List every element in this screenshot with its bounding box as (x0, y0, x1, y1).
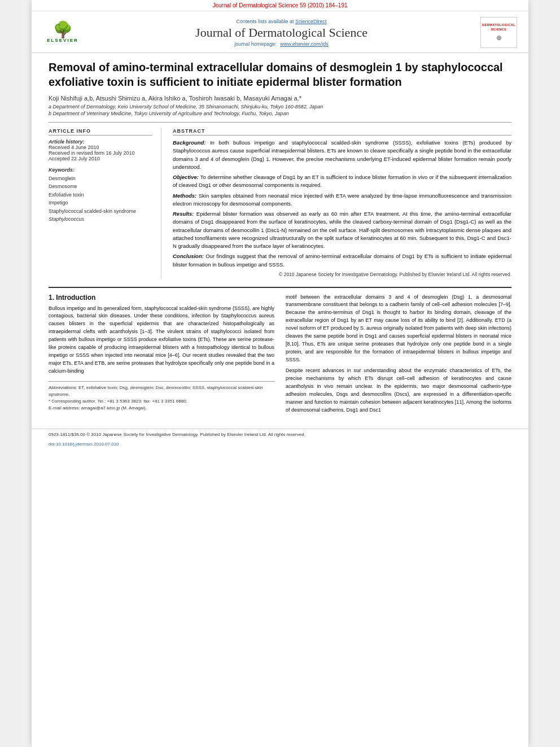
journal-reference-bar: Journal of Dermatological Science 59 (20… (32, 0, 528, 11)
keyword-impetigo: Impetigo (49, 199, 152, 207)
results-label: Results: (173, 211, 196, 217)
abstract-methods: Methods: Skin samples obtained from neon… (173, 192, 511, 208)
abstract-heading: Abstract (173, 128, 511, 136)
abstract-background: Background: In both bullous impetigo and… (173, 139, 511, 171)
introduction-text-left: Bullous impetigo and its generalized for… (49, 305, 274, 375)
journal-ref-text: Journal of Dermatological Science 59 (20… (212, 2, 347, 8)
methods-text: Skin samples obtained from neonatal mice… (173, 193, 511, 207)
logo-icon: ⊕ (496, 34, 502, 42)
abstract-column: Abstract Background: In both bullous imp… (173, 128, 511, 278)
authors-text: Koji Nishifuji a,b, Atsushi Shimizu a, A… (49, 95, 301, 102)
article-info-abstract-section: Article info Article history: Received 4… (49, 128, 511, 278)
background-label: Background: (173, 139, 210, 146)
keyword-staphylococcus: Staphylococcus (49, 215, 152, 223)
abstract-conclusion: Conclusion: Our findings suggest that th… (173, 252, 511, 269)
logo-title-text: DERMATOLOGICAL SCIENCE (482, 23, 515, 31)
revised-date: Received in revised form 16 July 2010 (49, 150, 152, 156)
main-content: Removal of amino-terminal extracellular … (32, 53, 528, 429)
body-left-col: 1. Introduction Bullous impetigo and its… (49, 294, 274, 417)
affiliation-a: a Department of Dermatology, Keio Univer… (49, 104, 511, 110)
elsevier-tree-icon: 🌳 (53, 22, 73, 38)
affiliation-b: b Department of Veterinary Medicine, Tok… (49, 111, 511, 116)
sciencedirect-link[interactable]: Contents lists available at ScienceDirec… (88, 19, 475, 24)
keywords-label: Keywords: (49, 167, 152, 173)
body-right-col: motif between the extracellular domains … (286, 294, 511, 417)
intro-para1: Bullous impetigo and its generalized for… (49, 305, 274, 375)
email-footnote: E-mail address: amagai@a7.keio.jp (M. Am… (49, 405, 274, 412)
objective-label: Objective: (173, 174, 200, 180)
doi-line: doi:10.1016/j.jdermsci.2010.07.010 (32, 440, 528, 448)
conclusion-label: Conclusion: (173, 253, 205, 259)
body-two-col: 1. Introduction Bullous impetigo and its… (49, 294, 511, 417)
elsevier-logo: 🌳 ELSEVIER (43, 19, 82, 47)
intro-para3: Despite recent advances in our understan… (286, 367, 511, 414)
doi-text: doi:10.1016/j.jdermsci.2010.07.010 (49, 442, 119, 447)
objective-text: To determine whether cleavage of Dsg1 by… (173, 174, 511, 188)
sciencedirect-text[interactable]: ScienceDirect (295, 19, 327, 24)
background-text: In both bullous impetigo and staphylococ… (173, 139, 511, 170)
bottom-bar: 0923-1811/$36.00 © 2010 Japanese Society… (32, 429, 528, 440)
journal-logo-image: DERMATOLOGICAL SCIENCE ⊕ (480, 17, 517, 48)
divider (49, 122, 511, 123)
journal-title: Journal of Dermatological Science (88, 25, 475, 40)
journal-header-center: Contents lists available at ScienceDirec… (82, 19, 480, 47)
keyword-ssss: Staphylococcal scalded-skin syndrome (49, 207, 152, 215)
issn-copyright-text: 0923-1811/$36.00 © 2010 Japanese Society… (49, 432, 305, 437)
body-section: 1. Introduction Bullous impetigo and its… (49, 287, 511, 417)
copyright-text: © 2010 Japanese Society for Investigativ… (173, 271, 511, 278)
introduction-text-right: motif between the extracellular domains … (286, 294, 511, 414)
intro-para2: motif between the extracellular domains … (286, 294, 511, 364)
article-title: Removal of amino-terminal extracellular … (49, 60, 511, 89)
abstract-objective: Objective: To determine whether cleavage… (173, 173, 511, 190)
contents-available-text: Contents lists available at (236, 19, 295, 24)
results-text: Epidermal blister formation was observed… (173, 211, 511, 249)
keyword-desmosome: Desmosome (49, 182, 152, 190)
journal-homepage: journal homepage: www.elsevier.com/jds (88, 41, 475, 47)
homepage-label: journal homepage: (234, 41, 277, 47)
abstract-text: Background: In both bullous impetigo and… (173, 139, 511, 278)
keywords-section: Keywords: Desmoglein Desmosome Exfoliati… (49, 167, 152, 223)
keyword-exfoliative-toxin: Exfoliative toxin (49, 191, 152, 199)
authors-line: Koji Nishifuji a,b, Atsushi Shimizu a, A… (49, 95, 511, 102)
received-date: Received 4 June 2010 (49, 145, 152, 150)
keyword-desmoglein: Desmoglein (49, 174, 152, 182)
history-section: Article history: Received 4 June 2010 Re… (49, 139, 152, 161)
article-info-column: Article info Article history: Received 4… (49, 128, 161, 278)
page-container: Journal of Dermatological Science 59 (20… (32, 0, 528, 747)
article-info-heading: Article info (49, 128, 152, 136)
conclusion-text: Our findings suggest that the removal of… (173, 253, 511, 267)
methods-label: Methods: (173, 193, 199, 199)
abstract-results: Results: Epidermal blister formation was… (173, 210, 511, 250)
history-label: Article history: (49, 139, 152, 145)
introduction-heading: 1. Introduction (49, 294, 274, 302)
elsevier-wordmark: ELSEVIER (47, 38, 78, 43)
homepage-url[interactable]: www.elsevier.com/jds (280, 41, 329, 47)
footnote-section: Abbreviations: ET, exfoliative toxin; Ds… (49, 381, 274, 412)
accepted-date: Accepted 22 July 2010 (49, 156, 152, 161)
abbreviations-footnote: Abbreviations: ET, exfoliative toxin; Ds… (49, 385, 274, 398)
corresponding-footnote: * Corresponding author. Tel.: +81 3 5363… (49, 398, 274, 405)
journal-header: 🌳 ELSEVIER Contents lists available at S… (32, 11, 528, 53)
